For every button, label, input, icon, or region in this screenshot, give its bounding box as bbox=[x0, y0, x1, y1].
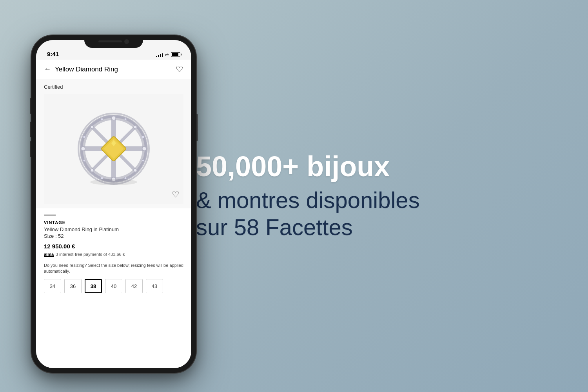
svg-point-21 bbox=[83, 159, 85, 162]
svg-point-11 bbox=[142, 147, 146, 151]
navigation-bar: ← Yellow Diamond Ring ♡ bbox=[36, 60, 191, 79]
alma-text: 3 interest-free payments of 433.66 € bbox=[56, 252, 125, 257]
alma-payment: alma 3 interest-free payments of 433.66 … bbox=[44, 252, 183, 257]
size-options: 34 36 38 40 42 43 bbox=[44, 279, 183, 293]
favorite-button-image[interactable]: ♡ bbox=[172, 190, 180, 200]
sub-headline-line2: & montres disponibles bbox=[196, 186, 420, 214]
svg-point-23 bbox=[142, 159, 144, 162]
svg-point-20 bbox=[83, 136, 85, 138]
app-screen: ← Yellow Diamond Ring ♡ Certified bbox=[36, 60, 191, 368]
phone-mockup: 9:41 ⇌ ← bbox=[31, 35, 196, 373]
alma-logo: alma bbox=[44, 252, 54, 257]
size-btn-42[interactable]: 42 bbox=[125, 279, 143, 293]
notch-speaker bbox=[98, 40, 122, 42]
size-btn-38[interactable]: 38 bbox=[85, 279, 102, 293]
product-size: Size : 52 bbox=[44, 233, 183, 239]
size-btn-40[interactable]: 40 bbox=[105, 279, 122, 293]
certified-badge: Certified bbox=[44, 84, 183, 90]
svg-point-12 bbox=[91, 126, 94, 129]
ring-image bbox=[71, 106, 157, 192]
back-button[interactable]: ← bbox=[44, 65, 51, 73]
svg-point-8 bbox=[112, 116, 116, 120]
svg-point-13 bbox=[134, 126, 137, 129]
notch-camera bbox=[124, 39, 129, 44]
svg-point-16 bbox=[101, 118, 103, 120]
size-btn-34[interactable]: 34 bbox=[44, 279, 61, 293]
svg-point-17 bbox=[124, 118, 127, 120]
resize-text: Do you need resizing? Select the size be… bbox=[44, 263, 183, 275]
svg-point-15 bbox=[134, 169, 137, 172]
product-price: 12 950.00 € bbox=[44, 243, 183, 250]
product-category: VINTAGE bbox=[44, 220, 183, 225]
product-details: VINTAGE Yellow Diamond Ring in Platinum … bbox=[36, 208, 191, 300]
page-title: Yellow Diamond Ring bbox=[55, 66, 176, 73]
battery-icon bbox=[171, 52, 180, 57]
phone-screen: 9:41 ⇌ ← bbox=[36, 40, 191, 368]
svg-point-10 bbox=[81, 147, 85, 151]
wifi-icon: ⇌ bbox=[165, 52, 169, 57]
product-image-area: Certified bbox=[36, 79, 191, 208]
svg-point-18 bbox=[101, 177, 103, 179]
favorite-button-nav[interactable]: ♡ bbox=[176, 64, 183, 75]
product-image-container: ♡ bbox=[44, 94, 183, 204]
signal-icon bbox=[156, 52, 163, 57]
phone-frame: 9:41 ⇌ ← bbox=[31, 35, 196, 373]
size-btn-43[interactable]: 43 bbox=[146, 279, 163, 293]
size-btn-36[interactable]: 36 bbox=[64, 279, 82, 293]
product-name: Yellow Diamond Ring in Platinum bbox=[44, 226, 183, 232]
svg-point-22 bbox=[142, 136, 144, 138]
main-headline: 50,000+ bijoux bbox=[196, 151, 390, 182]
phone-notch bbox=[84, 35, 143, 48]
svg-point-14 bbox=[91, 169, 94, 172]
divider bbox=[44, 215, 56, 215]
sub-headline-line3: sur 58 Facettes bbox=[196, 213, 353, 241]
status-time: 9:41 bbox=[47, 51, 59, 57]
svg-point-27 bbox=[90, 179, 137, 185]
status-icons: ⇌ bbox=[156, 52, 180, 57]
right-content: 50,000+ bijoux & montres disponibles sur… bbox=[165, 128, 588, 264]
svg-point-19 bbox=[124, 177, 127, 179]
